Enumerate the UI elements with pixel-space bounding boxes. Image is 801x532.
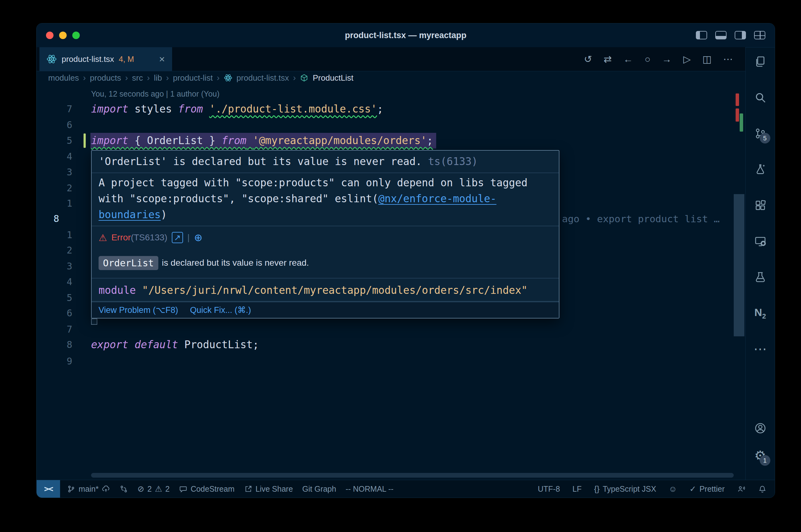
language-status-item[interactable]: {} TypeScript JSX — [594, 484, 656, 494]
nx-console-icon[interactable]: N2 — [753, 306, 767, 320]
code-line-export[interactable]: export default ProductList; — [91, 337, 259, 353]
error-message-row: OrderList is declared but its value is n… — [98, 254, 309, 271]
tab-bar: product-list.tsx 4, M × ↺ ⇄ ← ○ → ▷ ◫ ⋯ — [37, 47, 745, 71]
hover-resize-grip[interactable] — [91, 319, 97, 325]
activity-bar-bottom: ⚙ 1 — [753, 421, 767, 462]
braces-icon: {} — [594, 485, 600, 493]
account-icon[interactable] — [753, 421, 767, 435]
encoding-status-item[interactable]: UTF-8 — [538, 484, 560, 494]
toggle-panel-icon[interactable] — [715, 31, 727, 39]
explorer-icon[interactable] — [753, 55, 767, 69]
vertical-scrollbar[interactable] — [734, 194, 744, 336]
search-icon[interactable] — [753, 91, 767, 104]
keyword-from: from — [221, 134, 246, 147]
editor-pane[interactable]: 7 6 5 4 3 2 1 8 1 2 3 4 5 6 7 8 9 You, 1… — [37, 85, 745, 480]
live-share-status-item[interactable]: Live Share — [244, 484, 293, 494]
git-compare-icon — [120, 485, 128, 493]
breadcrumb-item-symbol[interactable]: ProductList — [313, 73, 353, 83]
problems-status-item[interactable]: ⊘ 2 ⚠ 2 — [138, 484, 169, 494]
more-actions-icon[interactable]: ⋯ — [723, 54, 733, 64]
breadcrumb-item-products[interactable]: products — [90, 73, 121, 83]
run-file-icon[interactable]: ▷ — [684, 54, 691, 64]
window-title: product-list.tsx — myreactapp — [345, 23, 467, 47]
split-editor-icon[interactable]: ◫ — [703, 54, 711, 64]
notifications-item[interactable] — [758, 485, 767, 493]
navigate-back-icon[interactable]: ← — [623, 54, 633, 64]
remote-explorer-icon[interactable] — [753, 234, 767, 248]
git-compare-status-item[interactable] — [120, 485, 128, 493]
vim-mode-status-item[interactable]: -- NORMAL -- — [345, 484, 393, 494]
editor-actions: ↺ ⇄ ← ○ → ▷ ◫ ⋯ — [584, 47, 733, 71]
tab-product-list[interactable]: product-list.tsx 4, M × — [39, 47, 172, 71]
module-keyword: module — [98, 284, 136, 296]
feedback-smiley-item[interactable]: ☺ — [669, 485, 677, 493]
prettier-status-item[interactable]: ✓ Prettier — [690, 484, 725, 494]
testing-flask-icon[interactable] — [753, 270, 767, 284]
eslint-rule-link[interactable]: @nx/enforce-module- — [378, 193, 496, 205]
live-share-label: Live Share — [256, 484, 293, 494]
title-bar: product-list.tsx — myreactapp — [37, 23, 775, 48]
import-ident: styles — [128, 103, 178, 115]
line-number: 1 — [37, 196, 72, 211]
eslint-message-line1: A project tagged with "scope:products" c… — [98, 175, 528, 191]
settings-gear-icon[interactable]: ⚙ 1 — [753, 449, 767, 462]
layout-controls — [696, 31, 765, 39]
remote-indicator[interactable]: >< — [37, 480, 60, 498]
close-window-button[interactable] — [46, 32, 54, 39]
code-line-import-orders[interactable]: import { OrderList } from '@myreactapp/m… — [90, 133, 436, 149]
horizontal-scrollbar[interactable] — [91, 473, 734, 478]
status-bar: >< main* ⊘ 2 ⚠ 2 CodeStream Liv — [37, 480, 775, 498]
timeline-icon[interactable]: ↺ — [584, 54, 592, 64]
navigate-forward-icon[interactable]: → — [662, 54, 672, 64]
view-problem-link[interactable]: View Problem (⌥F8) — [98, 305, 178, 315]
extensions-icon[interactable] — [753, 198, 767, 212]
source-control-icon[interactable]: 5 — [753, 127, 767, 140]
breadcrumb-item-src[interactable]: src — [132, 73, 143, 83]
gitlens-codelens[interactable]: You, 12 seconds ago | 1 author (You) — [91, 87, 220, 101]
compare-changes-icon[interactable]: ⇄ — [604, 54, 612, 64]
eol-status-item[interactable]: LF — [572, 484, 582, 494]
module-path-row: module "/Users/juri/nrwl/content/myreact… — [98, 283, 528, 298]
ts-diagnostic-code: ts(6133) — [422, 155, 478, 168]
codestream-status-item[interactable]: CodeStream — [179, 484, 234, 494]
breakpoint-icon[interactable]: ○ — [644, 54, 651, 64]
breadcrumb-item-modules[interactable]: modules — [48, 73, 79, 83]
line-number: 6 — [37, 305, 72, 321]
language-label: TypeScript JSX — [603, 484, 656, 494]
beaker-gear-icon[interactable] — [753, 163, 767, 176]
more-views-icon[interactable]: ⋯ — [753, 342, 767, 356]
keyword-from: from — [178, 103, 203, 115]
close-tab-icon[interactable]: × — [159, 54, 165, 64]
git-graph-status-item[interactable]: Git Graph — [302, 484, 336, 494]
toggle-secondary-sidebar-icon[interactable] — [735, 31, 746, 39]
eslint-rule-link[interactable]: boundaries — [98, 208, 161, 221]
remote-icon: >< — [44, 484, 53, 494]
branch-status-item[interactable]: main* — [67, 484, 110, 494]
git-graph-label: Git Graph — [302, 484, 336, 494]
breadcrumb-item-lib[interactable]: lib — [154, 73, 162, 83]
line-number: 2 — [37, 243, 72, 258]
line-number: 8 — [37, 337, 72, 353]
quick-fix-link[interactable]: Quick Fix... (⌘.) — [190, 305, 251, 315]
react-icon — [46, 54, 57, 64]
code-line-import-styles[interactable]: import styles from './product-list.modul… — [91, 101, 383, 117]
line-number: 3 — [37, 165, 72, 180]
tweet-feedback-item[interactable] — [737, 485, 746, 493]
customize-layout-icon[interactable] — [754, 31, 765, 39]
warning-count: 2 — [165, 484, 169, 494]
breadcrumb-item-file[interactable]: product-list.tsx — [237, 73, 289, 83]
line-number: 2 — [37, 180, 72, 196]
toggle-sidebar-icon[interactable] — [696, 31, 707, 39]
line-number: 5 — [37, 133, 72, 149]
breadcrumb-item-product-list[interactable]: product-list — [173, 73, 213, 83]
module-path: "/Users/juri/nrwl/content/myreactapp/mod… — [136, 284, 528, 296]
open-external-icon[interactable]: ↗ — [172, 232, 183, 243]
error-label: Error(TS6133) — [111, 232, 167, 243]
minimize-window-button[interactable] — [59, 32, 67, 39]
overview-ruler-error-mark — [735, 93, 739, 106]
chevron-right-icon: › — [217, 73, 220, 83]
module-path-string: './product-list.module.css' — [209, 103, 377, 115]
status-bar-left: main* ⊘ 2 ⚠ 2 CodeStream Live Share Gi — [67, 484, 393, 494]
zoom-window-button[interactable] — [72, 32, 80, 39]
globe-icon[interactable]: ⊕ — [194, 232, 202, 243]
